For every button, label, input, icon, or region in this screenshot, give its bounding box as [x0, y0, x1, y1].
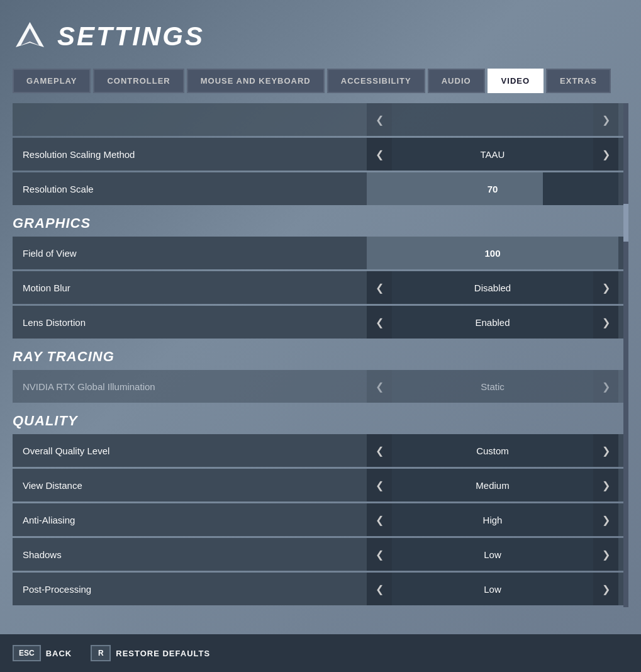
view-distance-value: Medium — [392, 469, 593, 501]
apex-logo-icon — [13, 19, 47, 53]
ray-tracing-section-header: RAY TRACING — [13, 349, 628, 365]
lens-distortion-control: ❮ Enabled ❯ — [367, 306, 618, 339]
anti-aliasing-right-btn[interactable]: ❯ — [593, 503, 618, 536]
post-processing-row: Post-Processing ❮ Low ❯ — [13, 573, 628, 605]
resolution-scale-fill — [367, 172, 543, 205]
fov-value: 100 — [484, 248, 500, 259]
resolution-scaling-value: TAAU — [392, 138, 593, 171]
overall-quality-control: ❮ Custom ❯ — [367, 434, 618, 467]
tab-accessibility[interactable]: ACCESSIBILITY — [327, 69, 425, 93]
post-processing-right-btn[interactable]: ❯ — [593, 573, 618, 605]
view-distance-left-btn[interactable]: ❮ — [367, 469, 392, 501]
tab-gameplay[interactable]: GAMEPLAY — [13, 69, 91, 93]
tab-audio[interactable]: AUDIO — [428, 69, 485, 93]
nvidia-rtx-control: ❮ Static ❯ — [367, 370, 618, 403]
overall-quality-value: Custom — [392, 434, 593, 467]
esc-key-badge: ESC — [13, 645, 41, 661]
resolution-scale-label: Resolution Scale — [23, 184, 367, 194]
resolution-scaling-right-btn[interactable]: ❯ — [593, 138, 618, 171]
lens-distortion-label: Lens Distortion — [23, 317, 367, 328]
resolution-scaling-left-btn[interactable]: ❮ — [367, 138, 392, 171]
overall-quality-label: Overall Quality Level — [23, 445, 367, 456]
shadows-right-btn[interactable]: ❯ — [593, 538, 618, 571]
nav-tabs: GAMEPLAY CONTROLLER MOUSE AND KEYBOARD A… — [13, 69, 628, 93]
quality-section-header: QUALITY — [13, 413, 628, 429]
scrollbar[interactable] — [623, 103, 628, 607]
resolution-scaling-row: Resolution Scaling Method ❮ TAAU ❯ — [13, 138, 628, 171]
scrollbar-thumb[interactable] — [623, 204, 628, 242]
lens-distortion-left-btn[interactable]: ❮ — [367, 306, 392, 339]
motion-blur-left-btn[interactable]: ❮ — [367, 271, 392, 304]
overall-quality-row: Overall Quality Level ❮ Custom ❯ — [13, 434, 628, 467]
nvidia-rtx-left-btn: ❮ — [367, 370, 392, 403]
resolution-scale-row: Resolution Scale 70 — [13, 172, 628, 205]
post-processing-label: Post-Processing — [23, 584, 367, 595]
resolution-scaling-label: Resolution Scaling Method — [23, 149, 367, 160]
shadows-label: Shadows — [23, 549, 367, 560]
bottom-bar: ESC BACK R RESTORE DEFAULTS — [0, 634, 641, 672]
post-processing-left-btn[interactable]: ❮ — [367, 573, 392, 605]
lens-distortion-row: Lens Distortion ❮ Enabled ❯ — [13, 306, 628, 339]
r-key-badge: R — [91, 645, 111, 661]
main-container: SETTINGS GAMEPLAY CONTROLLER MOUSE AND K… — [0, 0, 641, 620]
tab-controller[interactable]: CONTROLLER — [93, 69, 184, 93]
resolution-scaling-control: ❮ TAAU ❯ — [367, 138, 618, 171]
content-area: ❮ ❯ Resolution Scaling Method ❮ TAAU ❯ R… — [13, 103, 628, 607]
nvidia-rtx-value: Static — [392, 370, 593, 403]
view-distance-control: ❮ Medium ❯ — [367, 469, 618, 501]
nvidia-rtx-right-btn: ❯ — [593, 370, 618, 403]
partial-right-btn[interactable]: ❯ — [593, 103, 618, 136]
partial-row-top: ❮ ❯ — [13, 103, 628, 136]
nvidia-rtx-row: NVIDIA RTX Global Illumination ❮ Static … — [13, 370, 628, 403]
fov-bar: 100 — [367, 237, 618, 269]
post-processing-value: Low — [392, 573, 593, 605]
motion-blur-value: Disabled — [392, 271, 593, 304]
lens-distortion-right-btn[interactable]: ❯ — [593, 306, 618, 339]
anti-aliasing-row: Anti-Aliasing ❮ High ❯ — [13, 503, 628, 536]
tab-extras[interactable]: EXTRAS — [546, 69, 611, 93]
partial-left-btn[interactable]: ❮ — [367, 103, 392, 136]
resolution-scale-slider[interactable]: 70 — [367, 172, 618, 205]
view-distance-label: View Distance — [23, 480, 367, 491]
header: SETTINGS — [13, 19, 628, 53]
anti-aliasing-left-btn[interactable]: ❮ — [367, 503, 392, 536]
view-distance-row: View Distance ❮ Medium ❯ — [13, 469, 628, 501]
fov-slider[interactable]: 100 — [367, 237, 618, 269]
restore-label: RESTORE DEFAULTS — [116, 649, 210, 658]
overall-quality-left-btn[interactable]: ❮ — [367, 434, 392, 467]
anti-aliasing-label: Anti-Aliasing — [23, 515, 367, 525]
motion-blur-right-btn[interactable]: ❯ — [593, 271, 618, 304]
shadows-left-btn[interactable]: ❮ — [367, 538, 392, 571]
graphics-section-header: GRAPHICS — [13, 215, 628, 232]
overall-quality-right-btn[interactable]: ❯ — [593, 434, 618, 467]
restore-action: R RESTORE DEFAULTS — [91, 645, 210, 661]
resolution-scale-value: 70 — [488, 184, 498, 194]
partial-control: ❮ ❯ — [367, 103, 618, 136]
shadows-control: ❮ Low ❯ — [367, 538, 618, 571]
anti-aliasing-value: High — [392, 503, 593, 536]
tab-video[interactable]: VIDEO — [488, 69, 543, 93]
view-distance-right-btn[interactable]: ❯ — [593, 469, 618, 501]
page-title: SETTINGS — [57, 21, 204, 52]
back-action: ESC BACK — [13, 645, 72, 661]
partial-value — [392, 103, 593, 136]
motion-blur-row: Motion Blur ❮ Disabled ❯ — [13, 271, 628, 304]
tab-mouse-keyboard[interactable]: MOUSE AND KEYBOARD — [187, 69, 325, 93]
resolution-scale-bar: 70 — [367, 172, 618, 205]
fov-row: Field of View 100 — [13, 237, 628, 269]
nvidia-rtx-label: NVIDIA RTX Global Illumination — [23, 381, 367, 392]
shadows-value: Low — [392, 538, 593, 571]
fov-label: Field of View — [23, 248, 367, 259]
back-label: BACK — [46, 649, 72, 658]
anti-aliasing-control: ❮ High ❯ — [367, 503, 618, 536]
post-processing-control: ❮ Low ❯ — [367, 573, 618, 605]
lens-distortion-value: Enabled — [392, 306, 593, 339]
shadows-row: Shadows ❮ Low ❯ — [13, 538, 628, 571]
motion-blur-control: ❮ Disabled ❯ — [367, 271, 618, 304]
motion-blur-label: Motion Blur — [23, 283, 367, 293]
